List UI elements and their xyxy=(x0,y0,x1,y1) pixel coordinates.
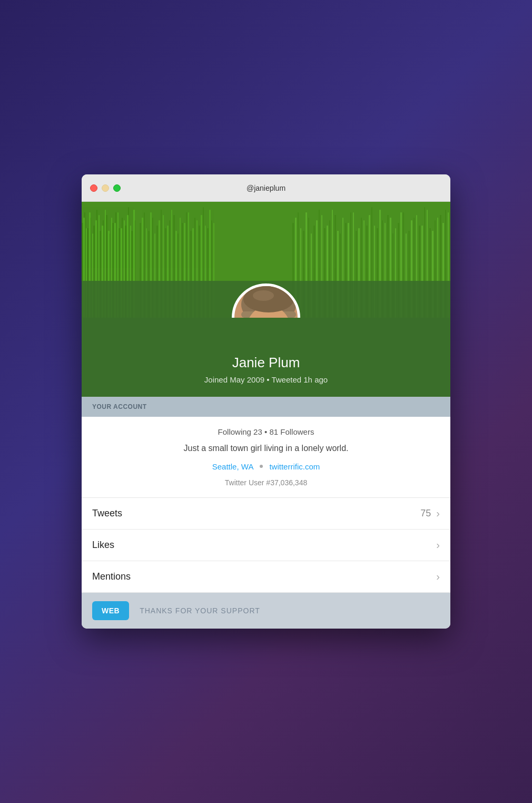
thanks-text: THANKS FOR YOUR SUPPORT xyxy=(140,606,260,615)
follow-stats: Following 23 • 81 Followers xyxy=(92,427,440,436)
cover-photo xyxy=(82,202,450,318)
traffic-lights xyxy=(90,184,121,192)
profile-header: Janie Plum Joined May 2009 • Tweeted 1h … xyxy=(82,202,450,397)
links-row: Seattle, WA twitterrific.com xyxy=(92,462,440,471)
tweets-row[interactable]: Tweets 75 › xyxy=(82,498,450,530)
account-section-header: YOUR ACCOUNT xyxy=(82,397,450,417)
mentions-right: › xyxy=(436,571,440,583)
footer: WEB THANKS FOR YOUR SUPPORT xyxy=(82,593,450,629)
dot-separator xyxy=(260,465,263,468)
profile-meta: Joined May 2009 • Tweeted 1h ago xyxy=(92,375,440,384)
web-button[interactable]: WEB xyxy=(92,601,129,620)
website-link[interactable]: twitterrific.com xyxy=(269,462,320,471)
mentions-row[interactable]: Mentions › xyxy=(82,561,450,593)
tweets-chevron-icon: › xyxy=(436,507,440,520)
likes-chevron-icon: › xyxy=(436,539,440,551)
likes-label: Likes xyxy=(92,540,114,551)
bio-text: Just a small town girl living in a lonel… xyxy=(92,443,440,454)
close-button[interactable] xyxy=(90,184,97,192)
svg-point-147 xyxy=(253,290,274,301)
profile-name: Janie Plum xyxy=(92,355,440,371)
tweets-label: Tweets xyxy=(92,508,122,519)
location-link[interactable]: Seattle, WA xyxy=(212,462,254,471)
account-details: Following 23 • 81 Followers Just a small… xyxy=(82,417,450,497)
likes-row[interactable]: Likes › xyxy=(82,530,450,561)
user-id: Twitter User #37,036,348 xyxy=(92,478,440,487)
tweets-right: 75 › xyxy=(420,507,440,520)
mentions-chevron-icon: › xyxy=(436,571,440,583)
maximize-button[interactable] xyxy=(113,184,121,192)
app-window: @janieplum xyxy=(82,174,450,628)
mentions-label: Mentions xyxy=(92,571,131,582)
minimize-button[interactable] xyxy=(102,184,109,192)
window-title: @janieplum xyxy=(247,184,285,192)
profile-info: Janie Plum Joined May 2009 • Tweeted 1h … xyxy=(82,318,450,397)
tweets-count: 75 xyxy=(420,508,431,519)
likes-right: › xyxy=(436,539,440,551)
titlebar: @janieplum xyxy=(82,174,450,202)
